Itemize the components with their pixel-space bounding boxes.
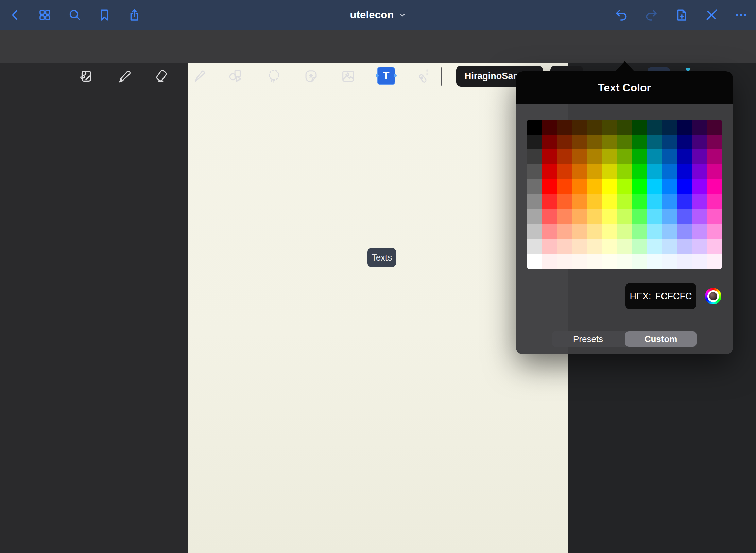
color-swatch[interactable] xyxy=(527,120,542,135)
color-swatch[interactable] xyxy=(662,209,677,224)
color-swatch[interactable] xyxy=(587,120,602,135)
color-swatch[interactable] xyxy=(557,254,572,269)
color-swatch[interactable] xyxy=(647,194,662,209)
color-swatch[interactable] xyxy=(587,135,602,149)
color-swatch[interactable] xyxy=(707,135,722,149)
color-swatch[interactable] xyxy=(542,224,557,239)
add-page-button[interactable] xyxy=(672,5,691,24)
color-swatch[interactable] xyxy=(617,224,632,239)
color-swatch[interactable] xyxy=(557,135,572,149)
share-button[interactable] xyxy=(125,5,144,24)
color-swatch[interactable] xyxy=(617,164,632,179)
color-swatch[interactable] xyxy=(602,254,617,269)
color-swatch[interactable] xyxy=(617,209,632,224)
color-swatch[interactable] xyxy=(572,135,587,149)
color-swatch[interactable] xyxy=(587,149,602,164)
color-swatch[interactable] xyxy=(632,239,647,254)
color-swatch[interactable] xyxy=(587,254,602,269)
color-swatch[interactable] xyxy=(677,254,692,269)
color-swatch[interactable] xyxy=(587,209,602,224)
color-swatch[interactable] xyxy=(707,164,722,179)
color-swatch[interactable] xyxy=(692,224,707,239)
color-swatch[interactable] xyxy=(587,179,602,194)
color-swatch[interactable] xyxy=(692,194,707,209)
color-swatch[interactable] xyxy=(692,254,707,269)
color-swatch[interactable] xyxy=(527,224,542,239)
text-object[interactable]: Texts xyxy=(367,248,396,267)
color-swatch[interactable] xyxy=(527,179,542,194)
color-swatch[interactable] xyxy=(647,254,662,269)
pen-tool[interactable] xyxy=(115,67,134,86)
color-swatch[interactable] xyxy=(602,224,617,239)
color-swatch[interactable] xyxy=(662,224,677,239)
stylus-toggle-button[interactable] xyxy=(702,5,721,24)
color-swatch[interactable] xyxy=(527,254,542,269)
color-swatch[interactable] xyxy=(602,239,617,254)
tab-custom[interactable]: Custom xyxy=(625,331,697,347)
color-swatch[interactable] xyxy=(662,239,677,254)
color-swatch[interactable] xyxy=(602,135,617,149)
color-swatch[interactable] xyxy=(527,209,542,224)
color-swatch[interactable] xyxy=(557,239,572,254)
color-swatch[interactable] xyxy=(617,179,632,194)
color-swatch[interactable] xyxy=(677,239,692,254)
color-swatch[interactable] xyxy=(692,209,707,224)
color-swatch[interactable] xyxy=(632,209,647,224)
laser-pointer-tool[interactable] xyxy=(414,67,433,86)
color-swatch[interactable] xyxy=(677,164,692,179)
color-swatch[interactable] xyxy=(542,179,557,194)
color-swatch[interactable] xyxy=(632,135,647,149)
color-swatch[interactable] xyxy=(572,179,587,194)
color-swatch[interactable] xyxy=(647,179,662,194)
note-page-canvas[interactable]: Texts xyxy=(188,63,568,553)
color-swatch[interactable] xyxy=(707,120,722,135)
color-swatch[interactable] xyxy=(647,164,662,179)
color-swatch[interactable] xyxy=(677,194,692,209)
color-swatch[interactable] xyxy=(572,224,587,239)
color-swatch[interactable] xyxy=(692,149,707,164)
pan-mode-tool[interactable] xyxy=(76,67,95,86)
color-swatch[interactable] xyxy=(692,164,707,179)
color-swatch[interactable] xyxy=(632,179,647,194)
color-swatch[interactable] xyxy=(647,224,662,239)
color-swatch[interactable] xyxy=(662,135,677,149)
color-swatch[interactable] xyxy=(602,209,617,224)
shapes-tool[interactable] xyxy=(226,67,245,86)
color-swatch[interactable] xyxy=(617,254,632,269)
color-swatch[interactable] xyxy=(632,164,647,179)
color-swatch[interactable] xyxy=(647,149,662,164)
color-swatch[interactable] xyxy=(602,149,617,164)
color-swatch[interactable] xyxy=(602,179,617,194)
color-swatch[interactable] xyxy=(662,254,677,269)
tab-presets[interactable]: Presets xyxy=(552,331,624,347)
color-swatch[interactable] xyxy=(602,194,617,209)
color-swatch[interactable] xyxy=(707,254,722,269)
color-swatch[interactable] xyxy=(557,209,572,224)
color-swatch[interactable] xyxy=(572,239,587,254)
color-swatch[interactable] xyxy=(707,194,722,209)
color-swatch[interactable] xyxy=(617,135,632,149)
lasso-tool[interactable] xyxy=(264,67,284,86)
color-swatch[interactable] xyxy=(662,194,677,209)
color-swatch[interactable] xyxy=(572,254,587,269)
color-swatch[interactable] xyxy=(632,194,647,209)
undo-button[interactable] xyxy=(612,5,631,24)
color-swatch[interactable] xyxy=(707,239,722,254)
color-swatch[interactable] xyxy=(707,224,722,239)
color-swatch[interactable] xyxy=(572,194,587,209)
color-swatch[interactable] xyxy=(587,224,602,239)
color-swatch[interactable] xyxy=(707,149,722,164)
color-swatch[interactable] xyxy=(542,209,557,224)
color-wheel-button[interactable] xyxy=(705,288,721,304)
more-options-button[interactable] xyxy=(732,5,751,24)
color-swatch[interactable] xyxy=(557,224,572,239)
redo-button[interactable] xyxy=(642,5,661,24)
color-swatch[interactable] xyxy=(692,239,707,254)
color-swatch[interactable] xyxy=(617,120,632,135)
back-button[interactable] xyxy=(6,5,25,24)
color-swatch[interactable] xyxy=(692,135,707,149)
color-swatch[interactable] xyxy=(707,179,722,194)
color-swatch[interactable] xyxy=(707,209,722,224)
color-swatch[interactable] xyxy=(617,194,632,209)
color-swatch[interactable] xyxy=(692,120,707,135)
